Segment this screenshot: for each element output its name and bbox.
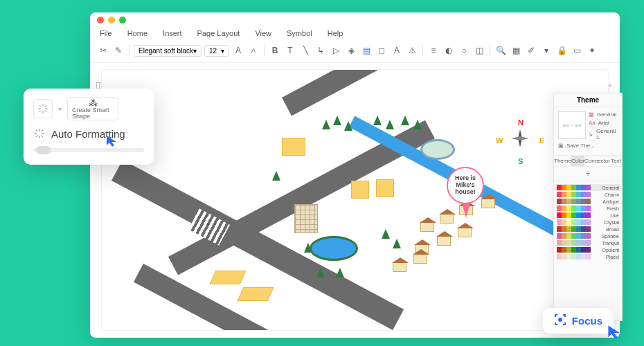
theme-item[interactable]: ↳General 1 (589, 128, 618, 140)
create-smart-shape-button[interactable]: ⁂ Create Smart Shape (67, 97, 118, 120)
theme-preview[interactable]: text ─ text (558, 111, 586, 139)
menu-symbol[interactable]: Symbol (287, 29, 312, 37)
spark-icon (37, 102, 48, 115)
lock-icon[interactable]: 🔒 (555, 44, 568, 57)
search-icon[interactable]: 🔍 (494, 44, 507, 57)
palette-row[interactable]: General (555, 184, 620, 191)
align-icon[interactable]: ▤ (360, 44, 373, 57)
palette-row[interactable]: Opulent (555, 246, 620, 253)
text-tool-icon[interactable]: T (284, 44, 296, 57)
compass-w: W (496, 136, 503, 145)
tab-theme[interactable]: Theme (554, 156, 571, 166)
crop-icon[interactable]: ◫ (473, 44, 485, 57)
svg-line-6 (39, 105, 42, 107)
tab-text[interactable]: Text (610, 156, 622, 166)
spark-icon (33, 127, 46, 140)
grid-icon[interactable]: ▦ (510, 44, 522, 57)
svg-line-8 (45, 105, 47, 107)
palette-row[interactable]: Placid (555, 253, 620, 260)
menu-insert[interactable]: Insert (163, 29, 182, 37)
connector-icon[interactable]: ↳ (314, 44, 327, 57)
font-color-icon[interactable]: A (391, 44, 403, 57)
font-select[interactable]: Elegant soft black▾ (134, 45, 202, 57)
tab-connector[interactable]: Connector (584, 156, 610, 166)
add-palette-button[interactable]: + (554, 167, 622, 181)
font-grow-icon[interactable]: A (232, 44, 244, 57)
theme-item[interactable]: AaArial (589, 120, 618, 126)
font-size-select[interactable]: 12▾ (204, 45, 229, 57)
menu-file[interactable]: File (100, 29, 112, 37)
canvas[interactable]: N S E W Here is Mike's house! (101, 69, 609, 331)
auto-format-slider[interactable] (33, 148, 144, 152)
titlebar (90, 12, 620, 28)
theme-tabs: Theme Color Connector Text (554, 155, 622, 167)
dropdown-caret-icon[interactable]: ▾ (58, 105, 62, 113)
svg-line-16 (42, 130, 44, 132)
app-window: File Home Insert Page Layout View Symbol… (90, 12, 620, 338)
svg-line-9 (39, 111, 42, 113)
minimize-dot[interactable] (108, 17, 115, 24)
svg-line-15 (42, 136, 44, 138)
svg-marker-20 (608, 325, 620, 338)
theme-item[interactable]: ▦General (589, 111, 618, 118)
focus-button[interactable]: Focus (543, 308, 614, 334)
outline-icon[interactable]: ○ (458, 44, 470, 57)
palette-row[interactable]: Crystal (555, 219, 620, 226)
theme-panel: Theme text ─ text ▦General AaArial ↳Gene… (553, 93, 623, 321)
fill-icon[interactable]: ◐ (442, 44, 455, 57)
palette-row[interactable]: Tranquil (555, 239, 620, 246)
layers-icon[interactable]: ◈ (345, 44, 357, 57)
toolbar: ✂ ✎ Elegant soft black▾ 12▾ A A B T ╲ ↳ … (90, 42, 620, 63)
palette-row[interactable]: Charm (555, 191, 620, 198)
paint-icon[interactable]: ✎ (112, 44, 125, 57)
palette-row[interactable]: Antique (555, 198, 620, 205)
palette-list: General Charm Antique Fresh Live Crystal… (554, 181, 622, 263)
effects-icon[interactable]: ✦ (586, 44, 598, 57)
cursor-icon (105, 134, 119, 148)
palette-row[interactable]: Fresh (555, 205, 620, 212)
font-shrink-icon[interactable]: A (247, 44, 260, 57)
svg-marker-18 (107, 136, 116, 147)
palette-row[interactable]: Live (555, 212, 620, 219)
auto-format-icon-button[interactable] (33, 99, 53, 118)
compass-n: N (518, 118, 524, 127)
cursor-icon (607, 324, 623, 340)
auto-format-popup: ▾ ⁂ Create Smart Shape Auto Formatting (24, 89, 154, 165)
theme-panel-title: Theme (554, 93, 622, 107)
warn-icon[interactable]: ⚠ (406, 44, 418, 57)
pointer-icon[interactable]: ▷ (330, 44, 342, 57)
menu-home[interactable]: Home (127, 29, 147, 37)
line-icon[interactable]: ╲ (299, 44, 312, 57)
menu-view[interactable]: View (255, 29, 271, 37)
bold-icon[interactable]: B (269, 44, 281, 57)
smart-shape-icon: ⁂ (89, 98, 98, 107)
map-pin-label[interactable]: Here is Mike's house! (447, 167, 484, 204)
shape-icon[interactable]: ◻ (375, 44, 388, 57)
menu-layout[interactable]: Page Layout (197, 29, 240, 37)
compass: N S E W (499, 120, 542, 163)
list-icon[interactable]: ≡ (427, 44, 440, 57)
svg-line-7 (45, 111, 47, 113)
palette-row[interactable]: Sprinkle (555, 233, 620, 239)
more1-icon[interactable]: ▾ (540, 44, 553, 57)
focus-icon (554, 313, 566, 328)
close-dot[interactable] (97, 17, 104, 24)
svg-marker-1 (511, 136, 529, 140)
pen-icon[interactable]: ✐ (525, 44, 537, 57)
svg-line-17 (36, 136, 38, 138)
zoom-dot[interactable] (119, 17, 126, 24)
cut-icon[interactable]: ✂ (97, 44, 109, 57)
tab-color[interactable]: Color (571, 156, 584, 166)
menubar: File Home Insert Page Layout View Symbol… (90, 28, 620, 42)
dash-icon[interactable]: ▭ (571, 44, 583, 57)
compass-s: S (518, 157, 523, 165)
palette-row[interactable]: Broad (555, 226, 620, 233)
theme-item[interactable]: ▣Save The... (558, 143, 618, 149)
menu-help[interactable]: Help (328, 29, 343, 37)
svg-point-19 (559, 318, 562, 321)
compass-e: E (539, 136, 544, 145)
svg-line-14 (36, 130, 38, 132)
auto-formatting-title: Auto Formatting (33, 127, 144, 140)
